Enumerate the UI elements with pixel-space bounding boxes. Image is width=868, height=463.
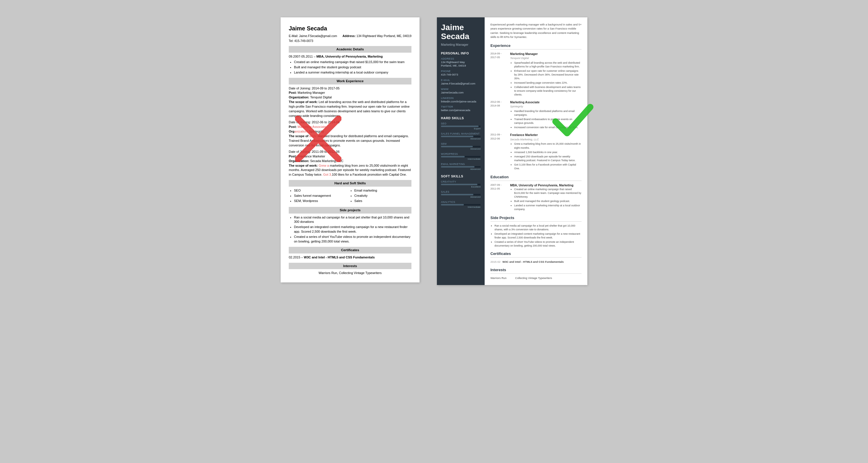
- classic-work-0: Date of Joining: 2014-09 to 2017-05 Post…: [289, 86, 411, 119]
- resume-modern: Jaime Secada Marketing Manager Personal …: [437, 18, 587, 285]
- modern-first-name: Jaime: [441, 23, 480, 32]
- phone-label: Phone: [441, 70, 480, 73]
- www-label: WWW: [441, 88, 480, 91]
- resume-sidebar: Jaime Secada Marketing Manager Personal …: [437, 18, 485, 285]
- classic-side-header: Side projects: [289, 207, 411, 214]
- modern-interests-grid: Warriors Run Collecting Vintage Typewrit…: [490, 276, 582, 280]
- classic-academic-header: Academic Details: [289, 46, 411, 53]
- phone-value: 415-749-0073: [441, 73, 480, 77]
- classic-work-header: Work Experience: [289, 78, 411, 85]
- classic-interests-header: Interests: [289, 263, 411, 269]
- classic-cert-0: 02.2015 – W3C and Intel - HTML5 and CSS …: [289, 255, 411, 260]
- sidebar-soft-skills-title: Soft Skills: [441, 175, 480, 178]
- modern-education-title: Education: [490, 175, 582, 181]
- classic-work-1: Date of Joining: 2012-06 to 2014-08 Post…: [289, 120, 411, 148]
- modern-summary: Experienced growth marketing manager wit…: [490, 23, 582, 39]
- modern-title: Marketing Manager: [441, 43, 480, 46]
- modern-side-title: Side Projects: [490, 215, 582, 222]
- modern-certs-title: Certificates: [490, 251, 582, 257]
- linkedin-value: linkedin.com/in/jaime-secada: [441, 100, 480, 103]
- classic-certs-header: Certificates: [289, 247, 411, 253]
- interest-0: Warriors Run: [490, 276, 507, 280]
- sidebar-personal-info-title: Personal Info: [441, 52, 480, 55]
- exp-entry-0: 2014-09 -2017-05 Marketing Manager Tenqu…: [490, 52, 582, 97]
- modern-last-name: Secada: [441, 32, 480, 41]
- interest-1: Collecting Vintage Typewriters: [515, 276, 552, 280]
- classic-interests-value: Warriors Run, Collecting Vintage Typewri…: [289, 271, 411, 276]
- classic-email-line: E-Mail: Jaime.FSecada@gmail.com: [289, 34, 337, 38]
- classic-name: Jaime Secada: [289, 24, 411, 33]
- skill-wordpress: WORDPRESS Intermediate: [441, 153, 480, 160]
- sidebar-hard-skills-title: Hard Skills: [441, 116, 480, 120]
- edu-entry-0: 2007-09 -2011-05 MBA, University of Penn…: [490, 183, 582, 212]
- exp-entry-2: 2011-09 -2012-06 Freelance Marketer Seca…: [490, 133, 582, 171]
- modern-side-list: Ran a social media ad campaign for a loc…: [490, 224, 582, 248]
- classic-academic-entry: 09.2007-05.2011 – MBA, University of Pen…: [289, 54, 411, 75]
- address-value: 134 Rightward WayPortland, ME, 04019: [441, 60, 480, 68]
- www-value: JaimeSecada.com: [441, 91, 480, 95]
- skill-sales-funnel: SALES FUNNEL MANAGEMENT Advanced: [441, 132, 480, 140]
- skill-sales: SALES Advanced: [441, 190, 480, 198]
- address-label: Address: [441, 57, 480, 60]
- classic-side-list: Ran a social media ad campaign for a loc…: [289, 215, 411, 244]
- classic-skills-header: Hard and Soft Skills: [289, 180, 411, 187]
- resume-classic: Jaime Secada E-Mail: Jaime.FSecada@gmail…: [281, 18, 420, 282]
- linkedin-label: LinkedIn: [441, 97, 480, 99]
- classic-skills-list: SEO Sales funnel management SEM, Wordpre…: [289, 188, 411, 204]
- twitter-value: twitter.com/jaimesecada: [441, 109, 480, 112]
- email-value: Jaime.FSecada@gmail.com: [441, 82, 480, 86]
- modern-name-block: Jaime Secada: [441, 23, 480, 41]
- email-label: E-mail: [441, 79, 480, 82]
- twitter-label: Twitter: [441, 105, 480, 108]
- modern-cert-0: 2015-02 W3C and Intel - HTML5 and CSS Fu…: [490, 260, 582, 264]
- skill-email-marketing: EMAIL MARKETING Advanced: [441, 163, 480, 171]
- modern-experience-title: Experience: [490, 43, 582, 50]
- resume-main-content: Experienced growth marketing manager wit…: [485, 18, 587, 285]
- skill-analytics: ANALYTICS Intermediate: [441, 200, 480, 208]
- classic-address-line: Address: 134 Rightward Way Portland, ME,…: [343, 34, 411, 38]
- modern-interests-title: Interests: [490, 267, 582, 274]
- skill-seo: SEO Expert: [441, 122, 480, 130]
- exp-entry-1: 2012-06 -2014-08 Marketing Associate Spi…: [490, 100, 582, 130]
- skill-creativity: CREATIVITY Excellent: [441, 180, 480, 188]
- skill-sem: SEM Advanced: [441, 143, 480, 150]
- classic-tel-line: Tel: 415-749-0073: [289, 39, 411, 43]
- classic-work-2: Date of Joining: 2011-09 to 2012-06 Post…: [289, 150, 411, 177]
- classic-contact: E-Mail: Jaime.FSecada@gmail.com Address:…: [289, 34, 411, 38]
